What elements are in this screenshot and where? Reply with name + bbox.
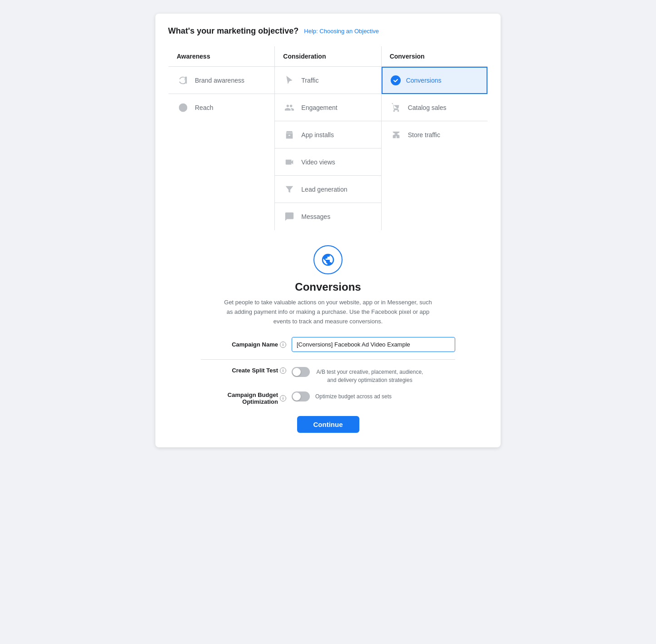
- campaign-form: Campaign Name i Create Split Test i A/B …: [201, 337, 455, 433]
- selected-objective-title: Conversions: [295, 281, 361, 293]
- budget-info-icon[interactable]: i: [280, 395, 286, 401]
- objective-conversions[interactable]: Conversions: [382, 67, 487, 94]
- campaign-name-input[interactable]: [292, 337, 455, 352]
- reach-icon: [177, 101, 189, 114]
- selected-objective-description: Get people to take valuable actions on y…: [224, 298, 432, 326]
- lead-generation-label: Lead generation: [301, 186, 347, 193]
- check-icon: [391, 75, 401, 85]
- conversions-label: Conversions: [406, 77, 442, 84]
- budget-label-group: Campaign Budget Optimization i: [201, 391, 292, 405]
- video-views-label: Video views: [301, 159, 335, 166]
- store-traffic-label: Store traffic: [408, 131, 440, 139]
- objective-video-views[interactable]: Video views: [275, 149, 381, 176]
- split-test-label-group: Create Split Test i: [201, 367, 292, 374]
- campaign-name-label: Campaign Name i: [201, 341, 292, 348]
- split-test-info-icon[interactable]: i: [280, 367, 286, 374]
- campaign-name-info-icon[interactable]: i: [280, 342, 286, 348]
- campaign-name-row: Campaign Name i: [201, 337, 455, 352]
- reach-label: Reach: [195, 104, 213, 111]
- objective-detail-section: Conversions Get people to take valuable …: [168, 245, 488, 433]
- split-test-description: A/B test your creative, placement, audie…: [315, 367, 424, 384]
- cursor-icon: [283, 74, 296, 87]
- traffic-label: Traffic: [301, 77, 318, 84]
- video-icon: [283, 156, 296, 168]
- col-header-awareness: Awareness: [169, 46, 275, 67]
- cell-conversion: Conversions Catalog sales Store traffic: [381, 67, 487, 231]
- chat-icon: [283, 210, 296, 223]
- split-test-row: Create Split Test i A/B test your creati…: [201, 367, 455, 384]
- objective-traffic[interactable]: Traffic: [275, 67, 381, 94]
- split-test-toggle[interactable]: [292, 367, 310, 377]
- budget-toggle[interactable]: [292, 391, 310, 401]
- budget-optimization-label: Campaign Budget Optimization: [201, 391, 278, 405]
- objective-app-installs[interactable]: App installs: [275, 121, 381, 149]
- page-title: What's your marketing objective?: [168, 26, 298, 36]
- toggle-thumb: [293, 368, 301, 376]
- objective-lead-generation[interactable]: Lead generation: [275, 176, 381, 203]
- funnel-icon: [283, 183, 296, 196]
- globe-icon-circle: [313, 245, 343, 274]
- toggle-thumb-2: [293, 392, 301, 401]
- budget-optimization-row: Campaign Budget Optimization i Optimize …: [201, 391, 455, 405]
- page-header: What's your marketing objective? Help: C…: [168, 26, 488, 36]
- form-divider: [201, 359, 455, 360]
- toggle-track[interactable]: [292, 367, 310, 377]
- megaphone-icon: [177, 74, 189, 87]
- brand-awareness-label: Brand awareness: [195, 77, 244, 84]
- cart-icon: [390, 101, 403, 114]
- objective-engagement[interactable]: Engagement: [275, 94, 381, 121]
- engagement-label: Engagement: [301, 104, 337, 111]
- objective-messages[interactable]: Messages: [275, 203, 381, 230]
- people-icon: [283, 101, 296, 114]
- objective-store-traffic[interactable]: Store traffic: [382, 121, 487, 149]
- main-card: What's your marketing objective? Help: C…: [155, 14, 501, 447]
- toggle-track-2[interactable]: [292, 391, 310, 401]
- budget-optimization-description: Optimize budget across ad sets: [315, 391, 392, 401]
- col-header-consideration: Consideration: [275, 46, 381, 67]
- app-installs-label: App installs: [301, 131, 334, 139]
- objective-reach[interactable]: Reach: [169, 94, 274, 121]
- box-icon: [283, 129, 296, 141]
- split-test-label: Create Split Test: [232, 367, 278, 374]
- store-icon: [390, 129, 403, 141]
- continue-button[interactable]: Continue: [297, 416, 359, 433]
- cell-traffic: Traffic Engagement App installs: [275, 67, 381, 231]
- objective-row-1: Brand awareness Reach T: [169, 67, 488, 231]
- catalog-sales-label: Catalog sales: [408, 104, 447, 111]
- objective-brand-awareness[interactable]: Brand awareness: [169, 67, 274, 94]
- messages-label: Messages: [301, 213, 330, 220]
- cell-brand-awareness: Brand awareness Reach: [169, 67, 275, 231]
- objective-table: Awareness Consideration Conversion Brand…: [168, 46, 488, 231]
- help-link[interactable]: Help: Choosing an Objective: [304, 28, 379, 35]
- objective-catalog-sales[interactable]: Catalog sales: [382, 94, 487, 121]
- col-header-conversion: Conversion: [381, 46, 487, 67]
